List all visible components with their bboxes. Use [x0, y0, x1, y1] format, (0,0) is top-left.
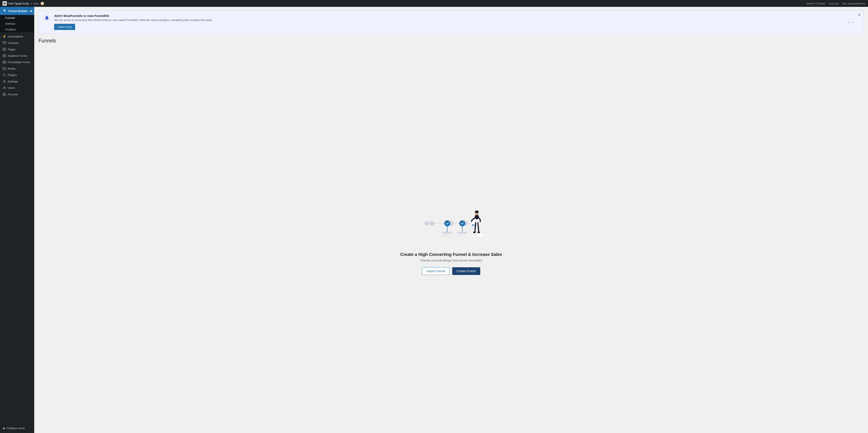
- new-item-button[interactable]: + New: [30, 2, 39, 5]
- notice-bell-icon: [43, 14, 51, 22]
- svg-point-22: [4, 81, 5, 82]
- automations-icon: ⚡: [3, 35, 6, 38]
- empty-state-title: Create a High Converting Funnel & Increa…: [400, 252, 502, 257]
- funnel-illustration: [415, 204, 488, 247]
- svg-point-25: [4, 94, 5, 94]
- sidebar-item-media[interactable]: Media: [0, 65, 34, 72]
- main-content: Alert! WooFunnels is now FunnelKit We ar…: [34, 7, 868, 433]
- collapse-menu-button[interactable]: ◀ Collapse menu: [0, 425, 34, 431]
- svg-rect-20: [3, 67, 6, 70]
- sidebar-item-contacts[interactable]: Contacts: [0, 39, 34, 46]
- notice-content: Alert! WooFunnels is now FunnelKit We ar…: [54, 14, 859, 30]
- search-contact-link[interactable]: Search Contact: [806, 2, 826, 5]
- svg-point-21: [3, 68, 4, 68]
- notice-title: Alert! WooFunnels is now FunnelKit: [54, 14, 859, 18]
- svg-point-33: [444, 220, 450, 226]
- notice-banner: Alert! WooFunnels is now FunnelKit We ar…: [38, 10, 864, 34]
- pages-icon: [3, 48, 6, 51]
- create-funnel-button[interactable]: Create Funnel: [452, 267, 480, 275]
- funnel-builder-header[interactable]: Funnel Builder ◀: [0, 7, 34, 15]
- contacts-icon: [3, 41, 6, 45]
- svg-rect-39: [458, 232, 467, 234]
- kadence-forms-icon: [3, 54, 6, 57]
- funnel-builder-label: Funnel Builder: [8, 9, 28, 12]
- admin-bar-right: Search Contact Account Hai, accountdemo!: [806, 2, 865, 5]
- sidebar-item-formidable-forms[interactable]: Formidable Forms: [0, 59, 34, 65]
- sidebar-sub-item-settings[interactable]: Settings: [0, 21, 34, 27]
- sidebar-nav: ⚡ Automations Contacts: [0, 32, 34, 98]
- svg-rect-38: [442, 235, 450, 236]
- svg-point-14: [3, 61, 4, 62]
- admin-bar: Kek Tapak Kuda + New 🧭 Search Contact Ac…: [0, 0, 868, 7]
- notice-nav-arrows: ‹ ›: [847, 19, 854, 25]
- svg-point-26: [429, 221, 434, 226]
- svg-point-18: [3, 62, 4, 63]
- collapse-menu-icon: ◀: [3, 427, 5, 430]
- sidebar-item-users[interactable]: Users: [0, 85, 34, 91]
- admin-bar-left: Kek Tapak Kuda + New 🧭: [3, 1, 44, 6]
- sidebar-bottom: ◀ Collapse menu: [0, 423, 34, 433]
- main-layout: Funnel Builder ◀ Funnels Settings Analyt…: [0, 7, 868, 433]
- svg-rect-40: [458, 235, 464, 236]
- compass-icon[interactable]: 🧭: [40, 2, 44, 5]
- page-title: Funnels: [38, 38, 864, 44]
- sidebar-item-kadence-forms[interactable]: Kadence Forms: [0, 53, 34, 59]
- settings-icon: [3, 80, 6, 83]
- svg-rect-1: [3, 41, 6, 44]
- account-icon: [3, 92, 6, 96]
- notice-close-button[interactable]: ✕: [858, 13, 861, 17]
- funnel-builder-icon: [3, 9, 6, 13]
- sidebar-item-automations[interactable]: ⚡ Automations: [0, 33, 34, 39]
- sidebar-item-account[interactable]: Account: [0, 91, 34, 97]
- greeting-text: Hai, accountdemo!: [842, 2, 865, 5]
- funnels-submenu: Funnels Settings Analytics: [0, 15, 34, 32]
- notice-prev-button[interactable]: ‹: [847, 19, 850, 25]
- wp-logo-icon[interactable]: [3, 1, 7, 6]
- page-header: Funnels: [34, 34, 868, 46]
- sidebar: Funnel Builder ◀ Funnels Settings Analyt…: [0, 7, 34, 433]
- empty-state-description: Choose a funnel design from proven templ…: [420, 259, 482, 262]
- svg-point-48: [477, 233, 483, 237]
- account-link-top[interactable]: Account: [829, 2, 839, 5]
- svg-point-45: [475, 210, 479, 213]
- collapse-arrow-icon: ◀: [30, 10, 32, 12]
- site-name[interactable]: Kek Tapak Kuda: [8, 2, 29, 5]
- sidebar-item-pages[interactable]: Pages: [0, 46, 34, 53]
- plus-icon: +: [30, 2, 32, 5]
- empty-state-actions: Import Funnel Create Funnel: [422, 267, 480, 275]
- sidebar-sub-item-funnels[interactable]: Funnels: [0, 15, 34, 21]
- notice-next-button[interactable]: ›: [851, 19, 854, 25]
- learn-more-button[interactable]: Learn more: [54, 24, 75, 30]
- sidebar-sub-item-analytics[interactable]: Analytics: [0, 27, 34, 32]
- empty-state: Create a High Converting Funnel & Increa…: [34, 46, 868, 433]
- import-funnel-button[interactable]: Import Funnel: [422, 267, 450, 275]
- svg-point-34: [459, 220, 465, 226]
- svg-point-49: [424, 221, 429, 226]
- sidebar-item-settings[interactable]: Settings: [0, 78, 34, 85]
- svg-rect-37: [442, 232, 452, 234]
- plugins-icon: [3, 73, 6, 77]
- svg-point-23: [4, 87, 5, 88]
- formidable-forms-icon: [3, 60, 6, 64]
- notice-description: We are proud to announce that WooFunnels…: [54, 19, 859, 22]
- sidebar-item-plugins[interactable]: Plugins: [0, 72, 34, 78]
- svg-point-16: [3, 62, 4, 62]
- media-icon: [3, 67, 6, 70]
- svg-point-43: [475, 214, 479, 219]
- users-icon: [3, 86, 6, 89]
